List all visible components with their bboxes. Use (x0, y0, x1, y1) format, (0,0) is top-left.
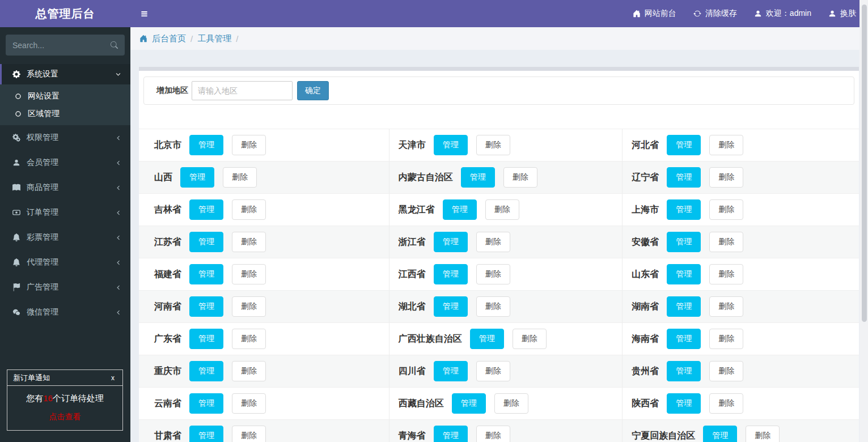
delete-button[interactable]: 删除 (476, 135, 510, 155)
manage-button[interactable]: 管理 (667, 296, 701, 317)
chevron-left-icon (115, 135, 121, 141)
delete-button[interactable]: 删除 (232, 296, 266, 317)
manage-button[interactable]: 管理 (434, 426, 468, 442)
sidebar-item-lottery-management[interactable]: 彩票管理 (0, 225, 130, 250)
delete-button[interactable]: 删除 (709, 393, 743, 414)
delete-button[interactable]: 删除 (709, 264, 743, 284)
sidebar-toggle-button[interactable] (130, 0, 158, 27)
manage-button[interactable]: 管理 (667, 264, 701, 284)
topbar-link-welcome[interactable]: 欢迎：admin (746, 0, 820, 27)
breadcrumb-link-tools[interactable]: 工具管理 (197, 33, 231, 44)
sidebar-item-product-management[interactable]: 商品管理 (0, 175, 130, 200)
manage-button[interactable]: 管理 (434, 232, 468, 252)
sidebar-item-ad-management[interactable]: 广告管理 (0, 275, 130, 300)
search-icon-button[interactable] (111, 41, 118, 49)
bell-icon (12, 233, 20, 241)
delete-button[interactable]: 删除 (485, 199, 519, 220)
chevron-down-icon (115, 71, 121, 78)
region-name: 云南省 (154, 398, 181, 410)
manage-button[interactable]: 管理 (434, 296, 468, 317)
delete-button[interactable]: 删除 (232, 361, 266, 381)
manage-button[interactable]: 管理 (180, 167, 214, 188)
sidebar-item-order-management[interactable]: 订单管理 (0, 200, 130, 225)
sidebar-subitem-site-settings[interactable]: 网站设置 (0, 87, 130, 105)
manage-button[interactable]: 管理 (434, 264, 468, 284)
manage-button[interactable]: 管理 (667, 329, 701, 349)
delete-button[interactable]: 删除 (232, 426, 266, 442)
manage-button[interactable]: 管理 (189, 232, 223, 252)
manage-button[interactable]: 管理 (470, 329, 504, 349)
manage-button[interactable]: 管理 (703, 426, 737, 442)
manage-button[interactable]: 管理 (667, 232, 701, 252)
delete-button[interactable]: 删除 (232, 232, 266, 252)
manage-button[interactable]: 管理 (667, 199, 701, 220)
delete-button[interactable]: 删除 (709, 199, 743, 220)
region-name: 安徽省 (632, 236, 659, 248)
delete-button[interactable]: 删除 (476, 232, 510, 252)
delete-button[interactable]: 删除 (476, 264, 510, 284)
delete-button[interactable]: 删除 (223, 167, 257, 188)
region-name: 海南省 (632, 333, 659, 345)
manage-button[interactable]: 管理 (189, 329, 223, 349)
manage-button[interactable]: 管理 (189, 426, 223, 442)
manage-button[interactable]: 管理 (189, 393, 223, 414)
notification-title: 新订单通知 (13, 373, 50, 383)
manage-button[interactable]: 管理 (461, 167, 495, 188)
delete-button[interactable]: 删除 (709, 135, 743, 155)
view-orders-link[interactable]: 点击查看 (7, 412, 122, 422)
manage-button[interactable]: 管理 (434, 361, 468, 381)
topbar-link-site-front[interactable]: 网站前台 (624, 0, 685, 27)
manage-button[interactable]: 管理 (434, 135, 468, 155)
delete-button[interactable]: 删除 (503, 167, 537, 188)
delete-button[interactable]: 删除 (232, 199, 266, 220)
sidebar-item-wechat-management[interactable]: 微信管理 (0, 300, 130, 325)
region-row-cell: 河南省管理删除 (139, 290, 389, 322)
delete-button[interactable]: 删除 (513, 329, 547, 349)
sidebar-item-agent-management[interactable]: 代理管理 (0, 250, 130, 275)
region-name: 黑龙江省 (399, 204, 435, 216)
delete-button[interactable]: 删除 (232, 393, 266, 414)
topbar-link-clear-cache[interactable]: 清除缓存 (685, 0, 746, 27)
delete-button[interactable]: 删除 (232, 329, 266, 349)
manage-button[interactable]: 管理 (667, 393, 701, 414)
sidebar-item-label: 会员管理 (27, 158, 58, 168)
delete-button[interactable]: 删除 (494, 393, 528, 414)
breadcrumb-link-home[interactable]: 后台首页 (152, 33, 186, 44)
manage-button[interactable]: 管理 (667, 361, 701, 381)
sidebar-subitem-region-settings[interactable]: 区域管理 (0, 105, 130, 122)
manage-button[interactable]: 管理 (189, 296, 223, 317)
manage-button[interactable]: 管理 (667, 135, 701, 155)
region-input[interactable] (192, 81, 293, 100)
delete-button[interactable]: 删除 (709, 329, 743, 349)
delete-button[interactable]: 删除 (232, 264, 266, 284)
delete-button[interactable]: 删除 (476, 426, 510, 442)
delete-button[interactable]: 删除 (232, 135, 266, 155)
notification-body: 您有16个订单待处理 点击查看 (7, 386, 122, 430)
scrollbar-thumb[interactable] (862, 5, 867, 322)
sidebar-item-permission-management[interactable]: 权限管理 (0, 125, 130, 150)
manage-button[interactable]: 管理 (189, 135, 223, 155)
confirm-button[interactable]: 确定 (297, 81, 329, 100)
delete-button[interactable]: 删除 (709, 167, 743, 188)
scrollbar[interactable] (859, 0, 868, 442)
manage-button[interactable]: 管理 (443, 199, 477, 220)
manage-button[interactable]: 管理 (189, 199, 223, 220)
delete-button[interactable]: 删除 (746, 426, 780, 442)
delete-button[interactable]: 删除 (476, 296, 510, 317)
manage-button[interactable]: 管理 (189, 264, 223, 284)
sidebar-item-system-settings[interactable]: 系统设置 (0, 64, 130, 84)
sidebar-item-member-management[interactable]: 会员管理 (0, 150, 130, 175)
manage-button[interactable]: 管理 (667, 167, 701, 188)
delete-button[interactable]: 删除 (709, 361, 743, 381)
notification-close-button[interactable]: x (109, 374, 117, 382)
delete-button[interactable]: 删除 (709, 232, 743, 252)
manage-button[interactable]: 管理 (452, 393, 486, 414)
delete-button[interactable]: 删除 (476, 361, 510, 381)
app-logo: 总管理后台 (0, 0, 130, 27)
manage-button[interactable]: 管理 (189, 361, 223, 381)
delete-button[interactable]: 删除 (709, 296, 743, 317)
topbar-link-change-skin[interactable]: 换肤 (820, 0, 865, 27)
region-row-cell: 浙江省管理删除 (389, 226, 622, 258)
search-input[interactable] (12, 41, 111, 50)
region-row-cell: 湖南省管理删除 (622, 290, 859, 322)
